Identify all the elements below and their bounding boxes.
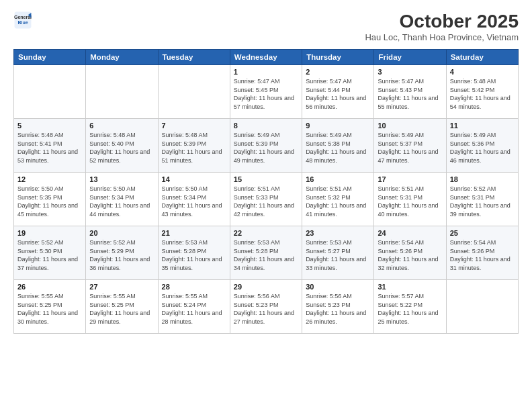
day-info: Sunrise: 5:57 AM Sunset: 5:22 PM Dayligh… xyxy=(378,292,442,326)
day-cell-26: 26Sunrise: 5:55 AM Sunset: 5:25 PM Dayli… xyxy=(14,280,86,334)
day-cell-3: 3Sunrise: 5:47 AM Sunset: 5:43 PM Daylig… xyxy=(374,65,446,119)
day-number: 18 xyxy=(450,175,515,183)
col-header-wednesday: Wednesday xyxy=(230,50,302,65)
day-cell-6: 6Sunrise: 5:48 AM Sunset: 5:40 PM Daylig… xyxy=(86,119,158,173)
day-number: 28 xyxy=(162,283,226,291)
day-cell-11: 11Sunrise: 5:49 AM Sunset: 5:36 PM Dayli… xyxy=(446,119,518,173)
day-number: 27 xyxy=(89,283,154,291)
day-info: Sunrise: 5:50 AM Sunset: 5:35 PM Dayligh… xyxy=(17,185,82,218)
week-row-3: 19Sunrise: 5:52 AM Sunset: 5:30 PM Dayli… xyxy=(14,226,519,280)
empty-cell xyxy=(158,65,230,119)
day-info: Sunrise: 5:49 AM Sunset: 5:37 PM Dayligh… xyxy=(378,131,442,165)
empty-cell xyxy=(446,280,518,334)
day-number: 9 xyxy=(306,122,370,130)
day-number: 24 xyxy=(378,229,442,237)
day-cell-19: 19Sunrise: 5:52 AM Sunset: 5:30 PM Dayli… xyxy=(14,226,86,280)
page: General Blue October 2025 Hau Loc, Thanh… xyxy=(0,0,532,411)
empty-cell xyxy=(14,65,86,119)
day-info: Sunrise: 5:47 AM Sunset: 5:44 PM Dayligh… xyxy=(306,77,370,111)
logo-icon: General Blue xyxy=(13,11,32,30)
day-info: Sunrise: 5:56 AM Sunset: 5:23 PM Dayligh… xyxy=(306,292,370,326)
day-number: 4 xyxy=(450,68,515,76)
day-number: 7 xyxy=(162,122,226,130)
day-cell-10: 10Sunrise: 5:49 AM Sunset: 5:37 PM Dayli… xyxy=(374,119,446,173)
day-cell-8: 8Sunrise: 5:49 AM Sunset: 5:39 PM Daylig… xyxy=(230,119,302,173)
day-number: 11 xyxy=(450,122,515,130)
day-cell-25: 25Sunrise: 5:54 AM Sunset: 5:26 PM Dayli… xyxy=(446,226,518,280)
day-info: Sunrise: 5:52 AM Sunset: 5:30 PM Dayligh… xyxy=(17,238,82,272)
day-info: Sunrise: 5:49 AM Sunset: 5:36 PM Dayligh… xyxy=(450,131,515,165)
day-number: 22 xyxy=(234,229,298,237)
day-cell-1: 1Sunrise: 5:47 AM Sunset: 5:45 PM Daylig… xyxy=(230,65,302,119)
week-row-2: 12Sunrise: 5:50 AM Sunset: 5:35 PM Dayli… xyxy=(14,173,519,226)
day-info: Sunrise: 5:51 AM Sunset: 5:33 PM Dayligh… xyxy=(234,185,298,218)
day-info: Sunrise: 5:55 AM Sunset: 5:25 PM Dayligh… xyxy=(89,292,154,326)
day-info: Sunrise: 5:52 AM Sunset: 5:29 PM Dayligh… xyxy=(89,238,154,272)
day-cell-9: 9Sunrise: 5:49 AM Sunset: 5:38 PM Daylig… xyxy=(302,119,374,173)
day-number: 8 xyxy=(234,122,298,130)
day-info: Sunrise: 5:47 AM Sunset: 5:45 PM Dayligh… xyxy=(234,77,298,111)
day-cell-4: 4Sunrise: 5:48 AM Sunset: 5:42 PM Daylig… xyxy=(446,65,518,119)
day-info: Sunrise: 5:53 AM Sunset: 5:28 PM Dayligh… xyxy=(234,238,298,272)
day-number: 15 xyxy=(234,175,298,183)
day-cell-24: 24Sunrise: 5:54 AM Sunset: 5:26 PM Dayli… xyxy=(374,226,446,280)
day-cell-16: 16Sunrise: 5:51 AM Sunset: 5:32 PM Dayli… xyxy=(302,173,374,226)
week-row-0: 1Sunrise: 5:47 AM Sunset: 5:45 PM Daylig… xyxy=(14,65,519,119)
day-cell-7: 7Sunrise: 5:48 AM Sunset: 5:39 PM Daylig… xyxy=(158,119,230,173)
calendar: SundayMondayTuesdayWednesdayThursdayFrid… xyxy=(13,49,519,334)
day-number: 2 xyxy=(306,68,370,76)
day-cell-12: 12Sunrise: 5:50 AM Sunset: 5:35 PM Dayli… xyxy=(14,173,86,226)
day-cell-23: 23Sunrise: 5:53 AM Sunset: 5:27 PM Dayli… xyxy=(302,226,374,280)
col-header-friday: Friday xyxy=(374,50,446,65)
day-info: Sunrise: 5:55 AM Sunset: 5:25 PM Dayligh… xyxy=(17,292,82,326)
day-info: Sunrise: 5:49 AM Sunset: 5:39 PM Dayligh… xyxy=(234,131,298,165)
logo: General Blue xyxy=(13,11,35,30)
day-number: 29 xyxy=(234,283,298,291)
subtitle: Hau Loc, Thanh Hoa Province, Vietnam xyxy=(365,32,519,42)
day-info: Sunrise: 5:56 AM Sunset: 5:23 PM Dayligh… xyxy=(234,292,298,326)
day-cell-18: 18Sunrise: 5:52 AM Sunset: 5:31 PM Dayli… xyxy=(446,173,518,226)
day-number: 31 xyxy=(378,283,442,291)
day-info: Sunrise: 5:47 AM Sunset: 5:43 PM Dayligh… xyxy=(378,77,442,111)
day-number: 17 xyxy=(378,175,442,183)
col-header-tuesday: Tuesday xyxy=(158,50,230,65)
day-info: Sunrise: 5:49 AM Sunset: 5:38 PM Dayligh… xyxy=(306,131,370,165)
col-header-monday: Monday xyxy=(86,50,158,65)
day-cell-21: 21Sunrise: 5:53 AM Sunset: 5:28 PM Dayli… xyxy=(158,226,230,280)
day-cell-30: 30Sunrise: 5:56 AM Sunset: 5:23 PM Dayli… xyxy=(302,280,374,334)
col-header-thursday: Thursday xyxy=(302,50,374,65)
day-cell-22: 22Sunrise: 5:53 AM Sunset: 5:28 PM Dayli… xyxy=(230,226,302,280)
day-number: 26 xyxy=(17,283,82,291)
day-info: Sunrise: 5:50 AM Sunset: 5:34 PM Dayligh… xyxy=(162,185,226,218)
day-cell-20: 20Sunrise: 5:52 AM Sunset: 5:29 PM Dayli… xyxy=(86,226,158,280)
week-row-4: 26Sunrise: 5:55 AM Sunset: 5:25 PM Dayli… xyxy=(14,280,519,334)
day-number: 14 xyxy=(162,175,226,183)
day-info: Sunrise: 5:55 AM Sunset: 5:24 PM Dayligh… xyxy=(162,292,226,326)
day-number: 3 xyxy=(378,68,442,76)
header: General Blue October 2025 Hau Loc, Thanh… xyxy=(13,11,519,42)
day-cell-29: 29Sunrise: 5:56 AM Sunset: 5:23 PM Dayli… xyxy=(230,280,302,334)
day-cell-2: 2Sunrise: 5:47 AM Sunset: 5:44 PM Daylig… xyxy=(302,65,374,119)
day-info: Sunrise: 5:54 AM Sunset: 5:26 PM Dayligh… xyxy=(450,238,515,272)
day-number: 6 xyxy=(89,122,154,130)
day-number: 19 xyxy=(17,229,82,237)
empty-cell xyxy=(86,65,158,119)
day-cell-5: 5Sunrise: 5:48 AM Sunset: 5:41 PM Daylig… xyxy=(14,119,86,173)
day-number: 20 xyxy=(89,229,154,237)
day-info: Sunrise: 5:48 AM Sunset: 5:40 PM Dayligh… xyxy=(89,131,154,165)
day-cell-15: 15Sunrise: 5:51 AM Sunset: 5:33 PM Dayli… xyxy=(230,173,302,226)
day-info: Sunrise: 5:53 AM Sunset: 5:28 PM Dayligh… xyxy=(162,238,226,272)
svg-text:Blue: Blue xyxy=(17,20,28,25)
day-number: 5 xyxy=(17,122,82,130)
day-info: Sunrise: 5:53 AM Sunset: 5:27 PM Dayligh… xyxy=(306,238,370,272)
day-number: 30 xyxy=(306,283,370,291)
month-title: October 2025 xyxy=(365,11,519,32)
day-number: 21 xyxy=(162,229,226,237)
day-number: 13 xyxy=(89,175,154,183)
day-cell-28: 28Sunrise: 5:55 AM Sunset: 5:24 PM Dayli… xyxy=(158,280,230,334)
week-row-1: 5Sunrise: 5:48 AM Sunset: 5:41 PM Daylig… xyxy=(14,119,519,173)
day-number: 25 xyxy=(450,229,515,237)
day-info: Sunrise: 5:52 AM Sunset: 5:31 PM Dayligh… xyxy=(450,185,515,218)
day-cell-27: 27Sunrise: 5:55 AM Sunset: 5:25 PM Dayli… xyxy=(86,280,158,334)
title-block: October 2025 Hau Loc, Thanh Hoa Province… xyxy=(365,11,519,42)
